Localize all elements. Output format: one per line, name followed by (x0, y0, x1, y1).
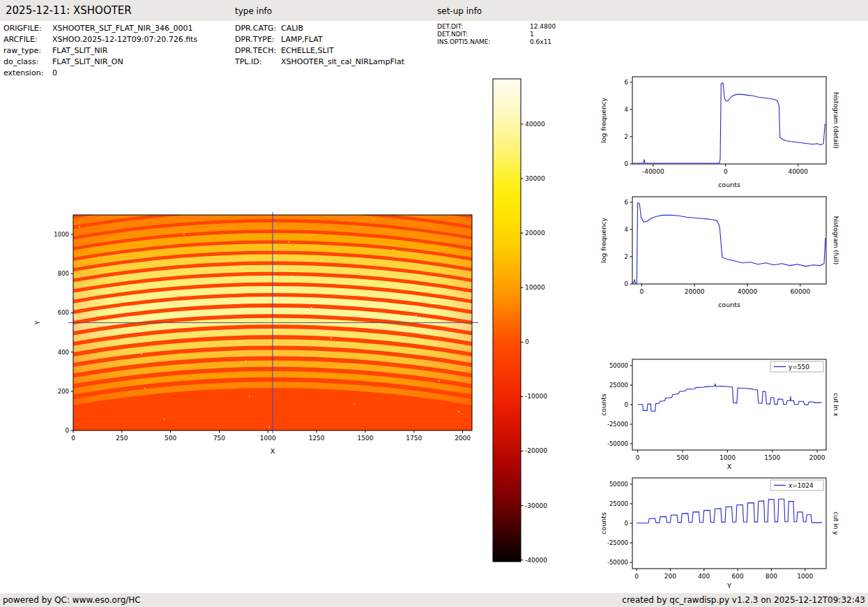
cut-x-svg: 0500100015002000-50000-2500002500050000X… (596, 352, 842, 474)
svg-text:2: 2 (625, 133, 628, 140)
svg-text:-40000: -40000 (525, 557, 547, 564)
svg-text:cut in y: cut in y (832, 511, 839, 535)
svg-text:x=1024: x=1024 (789, 482, 814, 489)
svg-text:0: 0 (625, 160, 628, 167)
metadata-label: DPR.TYPE: (235, 34, 281, 45)
metadata-label: INS.OPTI5.NAME: (437, 38, 530, 46)
cut-in-y-plot: 02004006008001000-50000-2500002500050000… (596, 471, 842, 593)
svg-text:25000: 25000 (609, 382, 628, 389)
svg-text:500: 500 (676, 454, 688, 461)
metadata-label: do_class: (3, 57, 52, 68)
svg-text:cut in x: cut in x (832, 393, 839, 417)
metadata-row-dprtype: DPR.TYPE:LAMP,FLAT (235, 34, 404, 45)
colorbar: 400003000020000100000-10000-20000-30000-… (488, 73, 565, 569)
metadata-row-doclass: do_class:FLAT_SLIT_NIR_ON (3, 57, 197, 68)
hist-full-svg: 02000040000600000246countslog frequencyh… (596, 190, 842, 319)
svg-text:600: 600 (58, 309, 69, 316)
metadata-row-rawtype: raw_type:FLAT_SLIT_NIR (3, 45, 197, 57)
setup-info-column: DET.DIT:12.4800 DET.NDIT:1 INS.OPTI5.NAM… (437, 23, 556, 46)
cut-x-legend: y=550 (770, 361, 823, 372)
metadata-label: ORIGFILE: (3, 23, 52, 34)
svg-text:counts: counts (718, 301, 740, 308)
cut-in-x-plot: 0500100015002000-50000-2500002500050000X… (596, 352, 842, 474)
svg-text:-25000: -25000 (607, 421, 628, 428)
svg-text:1250: 1250 (309, 435, 325, 442)
type-info-heading: type info (235, 6, 272, 16)
svg-text:-30000: -30000 (525, 502, 547, 509)
svg-text:20000: 20000 (685, 288, 705, 295)
metadata-label: TPL.ID: (235, 57, 281, 68)
svg-text:50000: 50000 (609, 362, 628, 369)
metadata-value: XSHOO.2025-12-12T09:07:20.726.fits (52, 35, 197, 44)
svg-text:6: 6 (625, 199, 628, 206)
svg-text:250: 250 (116, 435, 128, 442)
svg-text:X: X (271, 447, 275, 455)
svg-text:1000: 1000 (260, 435, 276, 442)
svg-text:0: 0 (639, 288, 644, 295)
metadata-value: ECHELLE,SLIT (281, 46, 334, 55)
svg-text:25000: 25000 (609, 500, 628, 507)
metadata-value: 12.4800 (530, 23, 556, 30)
footer-created-by: created by qc_rawdisp.py v1.2.3 on 2025-… (622, 595, 865, 605)
svg-text:-50000: -50000 (607, 559, 628, 566)
svg-text:40000: 40000 (738, 288, 758, 295)
svg-text:-25000: -25000 (607, 539, 628, 546)
svg-text:10000: 10000 (525, 284, 545, 291)
metadata-row-detndit: DET.NDIT:1 (437, 31, 556, 38)
svg-text:1000: 1000 (54, 231, 69, 238)
setup-info-heading: set-up info (437, 6, 482, 16)
metadata-row-detdit: DET.DIT:12.4800 (437, 23, 556, 31)
svg-text:40000: 40000 (525, 121, 545, 128)
svg-text:Y: Y (726, 582, 731, 590)
svg-text:2: 2 (625, 253, 628, 260)
svg-text:600: 600 (731, 573, 743, 580)
colorbar-gradient (493, 79, 521, 562)
svg-text:counts: counts (600, 394, 607, 416)
metadata-row-dprtech: DPR.TECH:ECHELLE,SLIT (235, 45, 404, 57)
svg-text:750: 750 (213, 435, 225, 442)
svg-text:counts: counts (718, 181, 740, 188)
metadata-value: XSHOOTER_slt_cal_NIRLampFlat (281, 57, 404, 66)
svg-text:60000: 60000 (791, 288, 811, 295)
svg-text:1000: 1000 (719, 454, 736, 461)
hist-detail-svg: -400000400000246countslog frequencyhisto… (596, 70, 842, 199)
svg-text:1500: 1500 (764, 454, 780, 461)
file-metadata-column: ORIGFILE:XSHOOTER_SLT_FLAT_NIR_346_0001 … (3, 23, 197, 79)
svg-text:0: 0 (724, 168, 728, 175)
svg-text:40000: 40000 (788, 168, 808, 175)
metadata-row-dprcatg: DPR.CATG:CALIB (235, 23, 404, 34)
svg-text:0: 0 (525, 338, 529, 345)
footer-powered-by: powered by QC: www.eso.org/HC (3, 595, 141, 605)
svg-text:1750: 1750 (406, 435, 422, 442)
histogram-detail-plot: -400000400000246countslog frequencyhisto… (596, 70, 842, 199)
svg-text:1000: 1000 (797, 573, 813, 580)
svg-text:0: 0 (66, 427, 69, 434)
svg-text:y=550: y=550 (789, 364, 809, 370)
metadata-value: FLAT_SLIT_NIR_ON (52, 57, 123, 66)
svg-text:20000: 20000 (525, 230, 545, 237)
metadata-value: LAMP,FLAT (281, 35, 323, 44)
svg-text:-40000: -40000 (642, 168, 664, 175)
page-title: 2025-12-11: XSHOOTER (6, 4, 132, 17)
raw-frame-image-plot: 0250500750100012501500175020000200400600… (28, 202, 488, 464)
metadata-value: 1 (530, 31, 534, 38)
svg-text:-20000: -20000 (525, 447, 547, 454)
metadata-label: DET.NDIT: (437, 31, 530, 38)
histogram-full-plot: 02000040000600000246countslog frequencyh… (596, 190, 842, 319)
metadata-row-opti5: INS.OPTI5.NAME:0.6x11 (437, 38, 556, 46)
metadata-row-arcfile: ARCFILE:XSHOO.2025-12-12T09:07:20.726.fi… (3, 34, 197, 45)
svg-text:200: 200 (664, 573, 676, 580)
footer-bar: powered by QC: www.eso.org/HC created by… (0, 593, 868, 607)
metadata-label: extension: (3, 68, 52, 79)
svg-text:log frequency: log frequency (600, 98, 607, 144)
svg-text:4: 4 (625, 106, 628, 113)
svg-text:50000: 50000 (609, 481, 628, 488)
metadata-value: CALIB (281, 24, 303, 33)
svg-text:2000: 2000 (455, 435, 471, 442)
svg-text:Y: Y (33, 320, 41, 325)
metadata-row-origfile: ORIGFILE:XSHOOTER_SLT_FLAT_NIR_346_0001 (3, 23, 197, 34)
svg-text:0: 0 (71, 435, 75, 442)
svg-text:0: 0 (625, 280, 628, 287)
svg-text:400: 400 (698, 573, 710, 580)
svg-text:0: 0 (625, 520, 628, 527)
